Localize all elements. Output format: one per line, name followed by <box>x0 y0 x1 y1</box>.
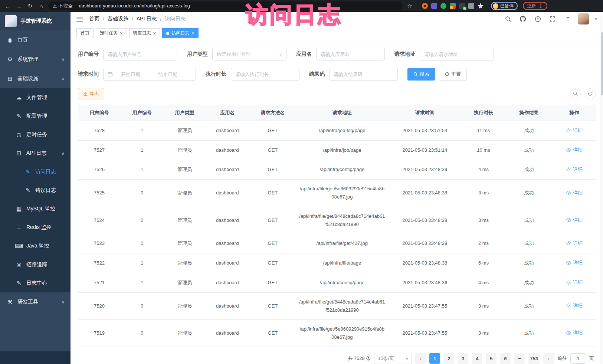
sidebar-item-label: 研发工具 <box>17 299 38 305</box>
page-button-3[interactable]: 3 <box>458 353 468 364</box>
more-pages-button[interactable]: ••• <box>514 353 525 364</box>
sidebar-item-mysql-monitor[interactable]: ▦ MySQL 监控 <box>0 200 71 218</box>
page-button-4[interactable]: 4 <box>472 353 482 364</box>
bookmark-star-icon[interactable]: ☆ <box>406 2 414 10</box>
close-icon[interactable]: × <box>120 31 123 36</box>
browser-profile-pill[interactable]: 已暂停 <box>491 2 518 10</box>
sidebar-item-system[interactable]: ⚙ 系统管理 ∨ <box>0 50 71 69</box>
duration-input[interactable] <box>235 72 295 77</box>
start-date-input[interactable] <box>115 72 146 77</box>
font-size-icon[interactable]: TT <box>563 14 572 23</box>
end-date-input[interactable] <box>153 72 183 77</box>
sidebar-item-scheduled-job[interactable]: ◷ 定时任务 <box>0 125 71 144</box>
sidebar-item-dev-tools[interactable]: ⚒ 研发工具 ∨ <box>0 292 71 312</box>
close-icon[interactable]: × <box>153 31 156 36</box>
breadcrumb-item[interactable]: 首页 <box>89 16 99 22</box>
detail-link[interactable]: 详细 <box>566 239 583 247</box>
user-id-input[interactable] <box>108 52 173 57</box>
page-button-last[interactable]: 753 <box>528 353 540 364</box>
detail-link[interactable]: 详细 <box>566 146 583 154</box>
export-button-label: 导出 <box>89 91 99 97</box>
sidebar-item-error-log[interactable]: ✎ 错误日志 <box>0 181 71 200</box>
page-button-1[interactable]: 1 <box>429 353 440 364</box>
breadcrumb-item[interactable]: 基础设施 <box>108 16 128 22</box>
detail-link[interactable]: 详细 <box>566 189 583 197</box>
security-indicator[interactable]: ⚠ 不安全 <box>53 3 73 9</box>
next-page-button[interactable]: › <box>543 353 554 364</box>
github-icon[interactable] <box>518 14 527 23</box>
browser-home-button[interactable]: ⌂ <box>37 2 45 10</box>
page-button-2[interactable]: 2 <box>443 353 454 364</box>
prev-page-button[interactable]: ‹ <box>415 353 426 364</box>
sidebar-item-log-center[interactable]: ✎ 日志中心 <box>0 274 71 292</box>
ext-icon-shield[interactable] <box>431 3 437 9</box>
export-button[interactable]: 导出 <box>78 88 104 99</box>
address-bar[interactable]: ⚠ 不安全 dashboard.yudao.iocoder.cn/infra/l… <box>48 1 403 10</box>
tab-schedule-log[interactable]: 调度日志 × <box>129 28 160 38</box>
ext-icon-gray[interactable] <box>468 3 474 9</box>
date-range-picker[interactable]: - <box>103 68 196 81</box>
request-url-input[interactable] <box>424 52 489 57</box>
scrollbar[interactable] <box>600 12 603 364</box>
ext-icon-translate[interactable]: 翻 <box>459 3 465 9</box>
ext-icon-green[interactable] <box>440 3 446 9</box>
scrollbar-thumb[interactable] <box>601 32 603 95</box>
app-name-input[interactable] <box>321 52 380 57</box>
sidebar-item-access-log[interactable]: ✎ 访问日志 <box>0 163 71 181</box>
sidebar-item-file-manage[interactable]: ☁ 文件管理 <box>0 88 71 107</box>
detail-link[interactable]: 详细 <box>566 278 583 286</box>
tab-access-log[interactable]: 访问日志 × <box>162 28 199 38</box>
browser-update-button[interactable]: 更新 ⋮ <box>523 2 547 10</box>
close-icon[interactable]: × <box>191 31 194 36</box>
cell-time: 2021-05-03 23:48:36 <box>387 273 462 292</box>
sidebar-item-trace[interactable]: ◎ 链路追踪 <box>0 255 71 274</box>
browser-forward-button[interactable]: → <box>15 2 23 10</box>
cell-duration: 3 ms <box>462 207 505 234</box>
reset-button[interactable]: 重置 <box>439 68 467 81</box>
browser-menu-icon[interactable]: ⋮ <box>538 3 543 9</box>
sidebar-logo[interactable]: 芋道管理系统 <box>0 12 71 30</box>
sidebar-item-redis-monitor[interactable]: ≣ Redis 监控 <box>0 218 71 237</box>
result-code-input[interactable] <box>334 72 393 77</box>
detail-link[interactable]: 详细 <box>566 329 583 337</box>
sidebar-item-config-manage[interactable]: ✎ 配置管理 <box>0 107 71 125</box>
user-type-select[interactable]: 请选择用户类型 ∨ <box>212 48 286 60</box>
sidebar-item-java-monitor[interactable]: ⌨ Java 监控 <box>0 237 71 255</box>
cell-user-id: 1 <box>121 160 163 180</box>
chevron-down-icon: ∨ <box>62 57 65 62</box>
page-size-select[interactable]: 10条/页 ∨ <box>374 353 412 364</box>
refresh-table-button[interactable] <box>584 88 596 99</box>
sidebar-item-home[interactable]: ◉ 首页 <box>0 30 71 50</box>
active-dot <box>166 32 169 35</box>
detail-link[interactable]: 详细 <box>566 302 583 310</box>
tab-scheduled-job[interactable]: 定时任务 × <box>96 28 127 38</box>
detail-link[interactable]: 详细 <box>566 165 583 174</box>
tab-home[interactable]: 首页 <box>76 28 94 38</box>
hamburger-icon[interactable] <box>76 17 83 22</box>
ext-icon-orange[interactable] <box>422 3 428 9</box>
sidebar-item-label: 错误日志 <box>35 187 56 194</box>
breadcrumb-item[interactable]: API 日志 <box>137 16 157 22</box>
sidebar-item-infra[interactable]: ⊞ 基础设施 ∧ <box>0 69 71 88</box>
sidebar-item-label: 首页 <box>17 37 28 43</box>
detail-link[interactable]: 详细 <box>566 259 583 267</box>
browser-back-button[interactable]: ← <box>4 2 12 10</box>
ext-icon-star[interactable] <box>478 3 484 9</box>
security-label: 不安全 <box>59 3 73 9</box>
sidebar-item-api-log[interactable]: ⊡ API 日志 ∧ <box>0 144 71 163</box>
browser-reload-button[interactable]: ↻ <box>26 2 34 10</box>
page-button-5[interactable]: 5 <box>486 353 497 364</box>
cell-url: /api/infra/file/get/5e8609290e915c4fa8b0… <box>297 319 387 347</box>
detail-link[interactable]: 详细 <box>566 216 583 224</box>
detail-link[interactable]: 详细 <box>566 126 583 134</box>
chevron-down-icon[interactable]: ▾ <box>595 17 597 22</box>
page-button-6[interactable]: 6 <box>500 353 511 364</box>
search-button[interactable]: 搜索 <box>407 68 435 81</box>
toggle-search-button[interactable] <box>570 88 581 99</box>
help-icon[interactable]: ? <box>533 14 542 23</box>
goto-page-input[interactable] <box>570 353 586 364</box>
user-avatar[interactable] <box>578 13 589 24</box>
fullscreen-icon[interactable] <box>548 14 557 23</box>
search-icon[interactable] <box>504 14 512 23</box>
ext-icon-squares[interactable] <box>450 3 456 9</box>
